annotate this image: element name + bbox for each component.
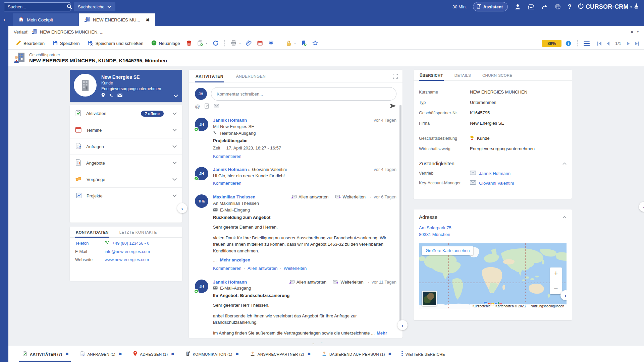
sidebar-expand-chevron[interactable]: › (0, 13, 8, 26)
search-areas-dropdown[interactable]: Suchbereiche (74, 2, 115, 11)
tab-aktivitaeten[interactable]: AKTIVITÄTEN (195, 70, 224, 82)
chevron-down-icon[interactable] (173, 94, 178, 99)
favorite-star-button[interactable] (311, 39, 320, 48)
forward-action[interactable]: Weiterleiten (333, 280, 363, 285)
chevron-down-icon[interactable] (172, 194, 177, 197)
chevron-up-icon[interactable] (562, 216, 567, 219)
bottom-tab-kommunikation[interactable]: KOMMUNIKATION (1) ✖ (184, 346, 240, 362)
forward-link[interactable]: Weiterleiten (278, 266, 307, 271)
copy-record-button[interactable]: ▾ (196, 39, 209, 48)
bottom-tab-anfragen[interactable]: ? ANFRAGEN (1) ✖ (79, 346, 123, 362)
inbox-tray-icon[interactable] (527, 3, 535, 10)
close-icon[interactable]: ✖ (388, 352, 391, 356)
chevron-down-icon[interactable]: ▾ (637, 30, 639, 34)
phone-link[interactable]: +49 (80) 123456 - 0 (105, 240, 149, 246)
delete-button[interactable] (185, 39, 193, 48)
address-street-link[interactable]: Am Solarpark 75 (419, 225, 567, 231)
mention-icon[interactable]: @ (195, 104, 200, 109)
search-input[interactable] (8, 4, 67, 9)
sidebar-item-termine[interactable]: Termine (70, 122, 182, 138)
reply-all-link[interactable]: Allen antworten (241, 266, 278, 271)
note-icon[interactable] (205, 103, 209, 110)
send-icon[interactable] (389, 103, 396, 110)
redo-icon[interactable] (541, 3, 548, 10)
close-icon[interactable]: ✖ (119, 352, 122, 356)
close-icon[interactable]: ✖ (171, 352, 174, 356)
save-button[interactable]: Speichern (50, 39, 83, 48)
close-icon[interactable]: ✖ (146, 17, 150, 22)
tab-uebersicht[interactable]: ÜBERSICHT (419, 70, 444, 80)
tab-letzte-kontakte[interactable]: LETZTE KONTAKTE (119, 227, 158, 237)
attachment-button[interactable] (245, 39, 253, 48)
bottom-tab-aktivitaeten[interactable]: AKTIVITÄTEN (7) ✖ (21, 346, 70, 362)
comment-link[interactable]: Kommentieren (213, 266, 241, 271)
last-page-icon[interactable] (635, 42, 639, 46)
larger-map-button[interactable]: Größere Karte ansehen (422, 246, 473, 255)
search-icon[interactable] (67, 3, 72, 10)
tab-kontaktdaten[interactable]: KONTAKTDATEN (75, 227, 109, 237)
author-link[interactable]: Jannik Hofmann (213, 167, 247, 172)
history-entry[interactable]: NEW ENERGIES MÜNCHEN, ... (40, 29, 103, 35)
satellite-view-thumbnail[interactable] (422, 291, 437, 306)
comment-input[interactable] (211, 87, 396, 101)
chevron-up-icon[interactable] (562, 162, 567, 165)
map-terms-link[interactable]: Nutzungsbedingungen (528, 304, 567, 309)
zoom-in-button[interactable]: + (554, 269, 558, 277)
first-page-icon[interactable] (597, 42, 602, 46)
email-link[interactable]: info@new-energies.com (105, 249, 150, 254)
bottom-tab-adressen[interactable]: ADRESSEN (1) ✖ (132, 346, 175, 362)
map-canvas[interactable]: Größere Karte ansehen + − Google Kurzbef… (419, 243, 567, 309)
comment-link[interactable]: Kommentieren (213, 181, 241, 186)
chevron-down-icon[interactable] (172, 162, 177, 164)
scrollbar[interactable] (399, 105, 401, 326)
tab-churn-score[interactable]: CHURN-SCORE (482, 70, 513, 80)
chevron-down-icon[interactable] (172, 129, 177, 131)
tab-mein-cockpit[interactable]: Mein Cockpit (13, 13, 79, 26)
save-close-button[interactable]: Speichern und schließen (85, 39, 146, 48)
close-icon[interactable]: ✖ (308, 352, 311, 356)
lock-button[interactable]: ▾ (284, 39, 297, 48)
help-icon[interactable]: ? (568, 3, 572, 10)
website-link[interactable]: www.new-energies.com (105, 257, 149, 262)
sidebar-item-anfragen[interactable]: ? Anfragen (70, 138, 182, 155)
bottom-tab-basierend-auf-person[interactable]: BASIEREND AUF PERSON (1) ✖ (321, 346, 393, 362)
refresh-button[interactable] (211, 39, 220, 48)
envelope-icon[interactable] (214, 104, 219, 109)
next-page-icon[interactable] (627, 42, 630, 46)
prev-page-icon[interactable] (606, 42, 610, 46)
forward-action[interactable]: Weiterleiten (335, 194, 366, 199)
print-button[interactable]: ▾ (229, 39, 242, 48)
envelope-icon[interactable] (117, 93, 122, 98)
map-pin-icon[interactable] (101, 93, 105, 99)
more-sections-button[interactable]: WEITERE BEREICHE (401, 346, 445, 362)
sidebar-item-aktivitaeten[interactable]: Aktivitäten 7 offene (70, 105, 182, 122)
close-history-icon[interactable]: ✕ (630, 29, 634, 35)
menu-icon[interactable] (582, 40, 591, 47)
workflow-button[interactable] (267, 39, 275, 48)
reply-all-action[interactable]: Allen antworten (289, 280, 327, 285)
info-icon[interactable] (564, 39, 573, 48)
author-link[interactable]: Jannik Hofmann (213, 280, 247, 285)
tab-aenderungen[interactable]: ÄNDERUNGEN (235, 70, 266, 82)
user-icon[interactable] (514, 3, 521, 10)
create-button[interactable]: Neuanlage (149, 39, 183, 48)
globe-icon[interactable] (554, 3, 561, 10)
collapse-right-panel-button[interactable]: ‹ (639, 202, 644, 212)
person-link[interactable]: Giovanni Valentini (470, 180, 514, 186)
calendar-button[interactable] (256, 39, 264, 48)
sidebar-item-projekte[interactable]: Projekte (70, 187, 182, 204)
chevron-down-icon[interactable] (172, 178, 177, 181)
global-search[interactable] (4, 2, 70, 11)
author-link[interactable]: Maximilian Theissen (213, 194, 255, 199)
scroll-up-icon[interactable]: ⌃ (320, 341, 323, 345)
chevron-down-icon[interactable] (172, 112, 177, 115)
scroll-down-icon[interactable]: ⌄ (312, 341, 315, 345)
close-icon[interactable]: ✖ (236, 352, 239, 356)
phone-icon[interactable] (109, 93, 113, 99)
tab-record[interactable]: NEW ENERGIES MÜ... ✖ (79, 13, 155, 26)
collapse-left-panel-button[interactable]: ‹ (177, 203, 187, 213)
zoom-out-button[interactable]: − (554, 285, 558, 293)
address-city-link[interactable]: 80331 München (419, 231, 567, 238)
sidebar-item-angebote[interactable]: ! Angebote (70, 155, 182, 171)
author-link[interactable]: Jannik Hofmann (213, 118, 247, 123)
